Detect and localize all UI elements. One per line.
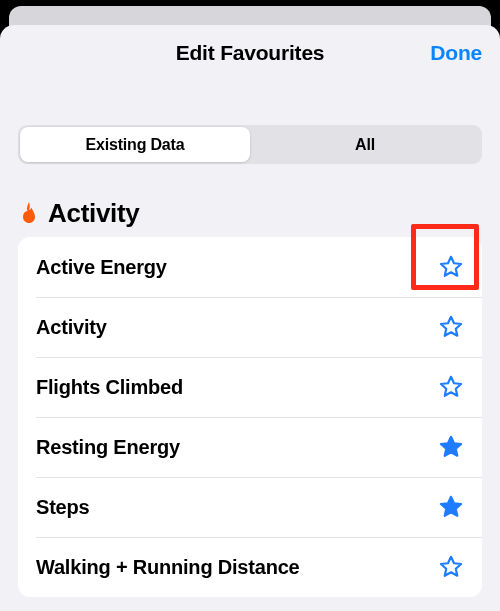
favourites-list: Active Energy Activity Flights Climbed R… bbox=[18, 237, 482, 597]
section-header-activity: Activity bbox=[18, 198, 482, 229]
star-icon[interactable] bbox=[438, 434, 464, 460]
list-item: Activity bbox=[18, 297, 482, 357]
row-label: Activity bbox=[36, 316, 107, 339]
star-icon[interactable] bbox=[438, 494, 464, 520]
star-icon[interactable] bbox=[438, 374, 464, 400]
row-label: Flights Climbed bbox=[36, 376, 183, 399]
done-button[interactable]: Done bbox=[430, 25, 482, 81]
segmented-control[interactable]: Existing Data All bbox=[18, 125, 482, 164]
row-label: Walking + Running Distance bbox=[36, 556, 300, 579]
list-item: Walking + Running Distance bbox=[18, 537, 482, 597]
row-label: Resting Energy bbox=[36, 436, 180, 459]
segment-existing-data[interactable]: Existing Data bbox=[20, 127, 250, 162]
flame-icon bbox=[18, 200, 40, 228]
row-label: Steps bbox=[36, 496, 89, 519]
star-icon[interactable] bbox=[438, 554, 464, 580]
row-label: Active Energy bbox=[36, 256, 167, 279]
sheet-header: Edit Favourites Done bbox=[0, 25, 500, 81]
list-item: Flights Climbed bbox=[18, 357, 482, 417]
list-item: Steps bbox=[18, 477, 482, 537]
edit-favourites-sheet: Edit Favourites Done Existing Data All A… bbox=[0, 25, 500, 611]
segment-all[interactable]: All bbox=[250, 127, 480, 162]
sheet-title: Edit Favourites bbox=[0, 25, 500, 81]
star-icon[interactable] bbox=[438, 314, 464, 340]
list-item: Active Energy bbox=[18, 237, 482, 297]
section-title: Activity bbox=[48, 198, 140, 229]
list-item: Resting Energy bbox=[18, 417, 482, 477]
star-icon[interactable] bbox=[438, 254, 464, 280]
